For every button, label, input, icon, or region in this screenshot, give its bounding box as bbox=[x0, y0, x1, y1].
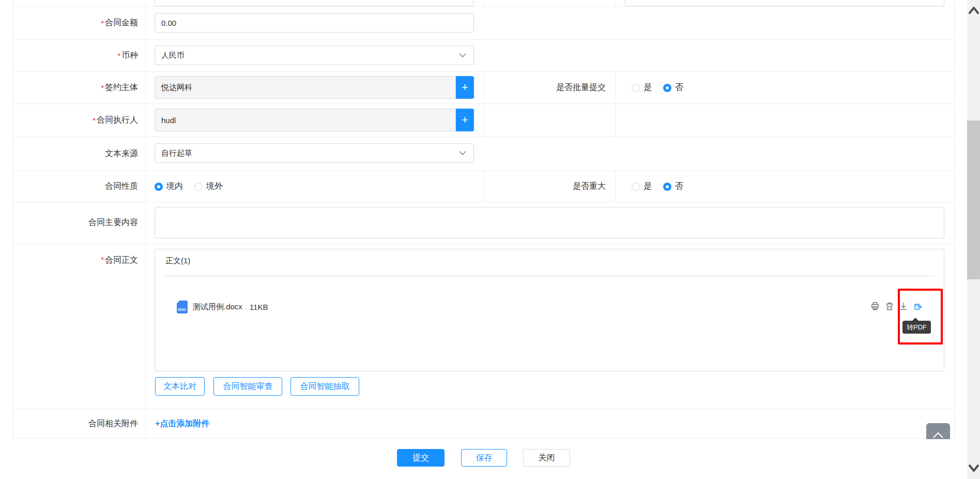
plus-icon: + bbox=[462, 81, 468, 94]
major-radio-group: 是 否 bbox=[632, 171, 691, 202]
required-marker: * bbox=[101, 255, 104, 264]
save-button[interactable]: 保存 bbox=[461, 449, 507, 467]
summary-textarea[interactable] bbox=[155, 207, 944, 238]
add-attachment-link[interactable]: +点击添加附件 bbox=[155, 409, 209, 438]
chevron-down-icon bbox=[968, 463, 979, 473]
plus-icon: + bbox=[462, 113, 468, 127]
form-row-summary: 合同主要内容 bbox=[13, 202, 954, 244]
clipped-input-left[interactable] bbox=[155, 0, 474, 6]
scrollbar-thumb[interactable] bbox=[967, 121, 980, 279]
chevron-up-icon bbox=[931, 431, 945, 439]
entity-input[interactable]: 悦达网科 bbox=[155, 76, 456, 99]
file-name: 测试用例.docx bbox=[193, 302, 242, 312]
required-marker: * bbox=[101, 83, 104, 92]
source-select[interactable]: 自行起草 bbox=[155, 143, 474, 163]
form-row-source: 文本来源 自行起草 bbox=[13, 137, 954, 171]
radio-checked-icon bbox=[663, 183, 671, 191]
smart-review-button[interactable]: 合同智能审查 bbox=[213, 377, 282, 396]
nature-radio-group: 境内 境外 bbox=[155, 171, 230, 202]
executor-label: * 合同执行人 bbox=[13, 104, 145, 137]
nature-label: 合同性质 bbox=[13, 171, 145, 202]
required-marker: * bbox=[117, 51, 120, 60]
attachments-label: 合同相关附件 bbox=[13, 409, 145, 438]
currency-select[interactable]: 人民币 bbox=[155, 46, 474, 65]
form-row-currency: * 币种 人民币 bbox=[13, 40, 954, 72]
column-divider bbox=[615, 104, 616, 137]
text-compare-button[interactable]: 文本比对 bbox=[155, 377, 205, 396]
vertical-scrollbar[interactable] bbox=[967, 0, 980, 479]
close-button[interactable]: 关闭 bbox=[523, 449, 570, 467]
contract-form: * 合同金额 0.00 * 币种 人民币 * 签约主体 bbox=[12, 0, 955, 439]
form-row-nature: 合同性质 境内 境外 是否重大 是 bbox=[13, 171, 954, 202]
summary-label: 合同主要内容 bbox=[13, 202, 145, 243]
radio-unchecked-icon bbox=[632, 84, 640, 92]
column-divider bbox=[484, 104, 485, 137]
batch-submit-radio-group: 是 否 bbox=[632, 72, 691, 103]
executor-add-button[interactable]: + bbox=[456, 109, 474, 131]
form-row-body: * 合同正文 正文(1) DOC 测试用例.docx 11KB bbox=[13, 244, 954, 409]
back-to-top-button[interactable] bbox=[926, 423, 950, 439]
chevron-up-icon bbox=[968, 6, 979, 15]
form-row-clipped bbox=[13, 0, 954, 7]
radio-checked-icon bbox=[155, 183, 163, 191]
clipped-input-right[interactable] bbox=[625, 0, 944, 6]
nature-domestic-radio[interactable]: 境内 bbox=[155, 181, 183, 192]
major-yes-radio[interactable]: 是 bbox=[632, 181, 652, 192]
amount-input[interactable]: 0.00 bbox=[155, 13, 474, 33]
major-label: 是否重大 bbox=[484, 171, 615, 202]
trash-icon[interactable] bbox=[885, 302, 894, 311]
tooltip-arrow bbox=[912, 318, 919, 321]
chevron-down-icon bbox=[459, 53, 466, 58]
submit-button[interactable]: 提交 bbox=[397, 449, 445, 467]
file-entry[interactable]: DOC 测试用例.docx 11KB bbox=[177, 301, 268, 313]
body-label: * 合同正文 bbox=[13, 244, 145, 409]
printer-icon[interactable] bbox=[870, 302, 880, 311]
label-column-divider bbox=[145, 0, 146, 439]
contract-body-panel: 正文(1) DOC 测试用例.docx 11KB bbox=[155, 249, 944, 371]
doc-file-icon: DOC bbox=[177, 301, 188, 313]
column-divider bbox=[615, 72, 616, 103]
smart-extract-button[interactable]: 合同智能抽取 bbox=[290, 377, 359, 396]
download-icon[interactable] bbox=[899, 302, 908, 311]
executor-input[interactable]: hudl bbox=[155, 109, 456, 131]
body-tab-label: 正文(1) bbox=[165, 256, 190, 266]
column-divider bbox=[615, 0, 616, 6]
form-row-entity: * 签约主体 悦达网科 + 是否批量提交 是 否 bbox=[13, 72, 954, 104]
required-marker: * bbox=[93, 116, 96, 125]
radio-checked-icon bbox=[663, 84, 671, 92]
batch-no-radio[interactable]: 否 bbox=[663, 82, 683, 93]
file-size: 11KB bbox=[250, 303, 268, 311]
entity-label: * 签约主体 bbox=[13, 72, 145, 103]
convert-pdf-tooltip: 转PDF bbox=[902, 321, 931, 334]
form-row-executor: * 合同执行人 hudl + bbox=[13, 104, 954, 137]
required-marker: * bbox=[101, 19, 104, 27]
contract-form-page: * 合同金额 0.00 * 币种 人民币 * 签约主体 bbox=[0, 0, 980, 479]
batch-submit-label: 是否批量提交 bbox=[484, 72, 615, 103]
form-row-amount: * 合同金额 0.00 bbox=[13, 7, 954, 40]
nature-overseas-radio[interactable]: 境外 bbox=[194, 181, 223, 192]
chevron-down-icon bbox=[459, 151, 466, 156]
convert-to-pdf-icon[interactable] bbox=[913, 302, 923, 311]
highlight-box bbox=[898, 289, 943, 345]
form-row-attachments: 合同相关附件 +点击添加附件 bbox=[13, 409, 954, 439]
source-label: 文本来源 bbox=[13, 137, 145, 171]
radio-unchecked-icon bbox=[194, 183, 203, 191]
amount-label: * 合同金额 bbox=[13, 7, 145, 39]
scrollbar-up-arrow[interactable] bbox=[967, 3, 980, 18]
scrollbar-down-arrow[interactable] bbox=[967, 460, 980, 476]
radio-unchecked-icon bbox=[632, 183, 640, 191]
currency-label: * 币种 bbox=[13, 40, 145, 71]
divider bbox=[164, 276, 935, 276]
column-divider bbox=[615, 171, 616, 202]
major-no-radio[interactable]: 否 bbox=[663, 181, 683, 192]
entity-add-button[interactable]: + bbox=[456, 76, 474, 99]
column-divider bbox=[484, 0, 485, 6]
batch-yes-radio[interactable]: 是 bbox=[632, 82, 652, 93]
